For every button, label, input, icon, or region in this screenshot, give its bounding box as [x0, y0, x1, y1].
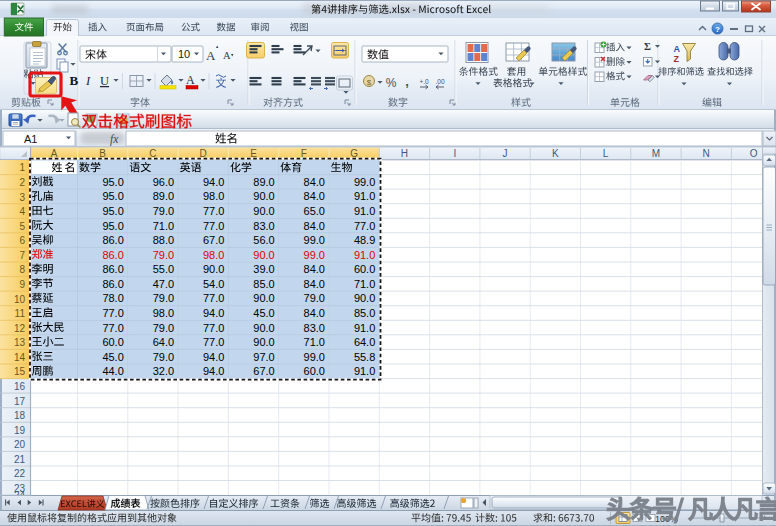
svg-text:14: 14: [14, 352, 26, 363]
svg-text:L: L: [603, 148, 609, 159]
svg-text:A: A: [674, 44, 681, 54]
svg-text:+.0: +.0: [419, 78, 429, 85]
svg-text:4: 4: [19, 206, 25, 217]
svg-text:K: K: [552, 148, 559, 159]
svg-text:2: 2: [19, 177, 25, 188]
svg-text:18: 18: [14, 410, 26, 421]
svg-text:6: 6: [19, 235, 25, 246]
svg-text:A: A: [51, 148, 58, 159]
svg-text:15: 15: [14, 366, 26, 377]
svg-text:O: O: [750, 148, 758, 159]
svg-text:M: M: [652, 148, 660, 159]
svg-text:J: J: [503, 148, 508, 159]
svg-text:I: I: [85, 74, 91, 88]
svg-text:7: 7: [19, 250, 25, 261]
svg-text:H: H: [401, 148, 408, 159]
svg-text:3: 3: [19, 192, 25, 203]
svg-text:C: C: [149, 148, 156, 159]
svg-text:A: A: [186, 73, 195, 87]
svg-text:.00: .00: [435, 78, 444, 85]
svg-text:A: A: [223, 50, 231, 61]
svg-text:1: 1: [19, 162, 25, 173]
svg-text:10: 10: [14, 294, 26, 305]
svg-text:22: 22: [14, 468, 26, 479]
svg-text:B: B: [70, 73, 79, 88]
svg-text:fx: fx: [110, 133, 119, 146]
svg-text:5: 5: [19, 221, 25, 232]
svg-text:A1: A1: [24, 133, 37, 145]
svg-text:B: B: [99, 148, 106, 159]
svg-text:21: 21: [14, 454, 26, 465]
svg-text:Σ: Σ: [644, 41, 651, 52]
svg-text:Z: Z: [674, 54, 680, 64]
svg-text:$: $: [367, 78, 372, 87]
svg-text:11: 11: [15, 308, 26, 319]
svg-text:U: U: [100, 74, 109, 88]
svg-text:D: D: [200, 148, 207, 159]
svg-text:,: ,: [405, 74, 409, 89]
svg-text:I: I: [453, 148, 456, 159]
svg-text:10: 10: [178, 48, 190, 60]
svg-text:%: %: [386, 76, 397, 90]
svg-text:16: 16: [14, 381, 26, 392]
svg-text:12: 12: [14, 323, 26, 334]
svg-text:19: 19: [14, 425, 26, 436]
svg-text:20: 20: [14, 439, 26, 450]
svg-text:N: N: [703, 148, 710, 159]
svg-text:17: 17: [14, 396, 26, 407]
svg-text:13: 13: [14, 337, 26, 348]
svg-text:?: ?: [715, 25, 720, 34]
svg-text:F: F: [301, 148, 307, 159]
svg-text:8: 8: [19, 264, 25, 275]
svg-text:E: E: [250, 148, 257, 159]
svg-text:A: A: [206, 48, 216, 63]
svg-text:G: G: [350, 148, 358, 159]
svg-text:9: 9: [19, 279, 25, 290]
